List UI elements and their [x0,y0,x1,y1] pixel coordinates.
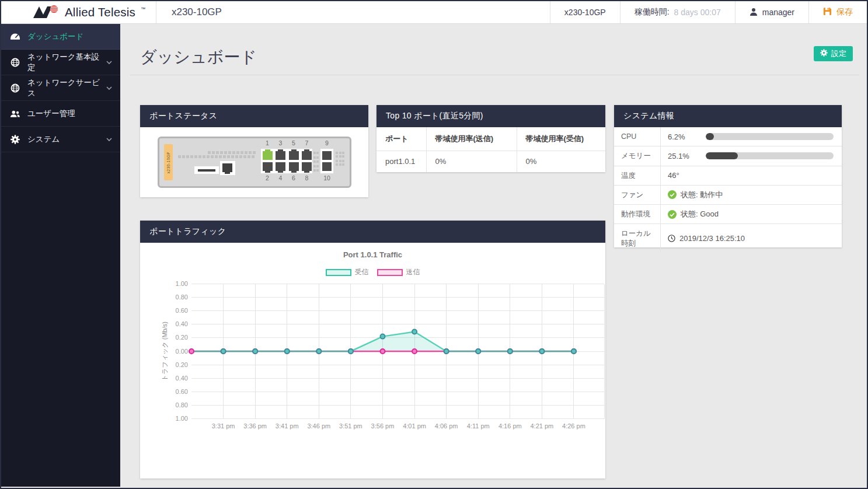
sidebar-item-dashboard[interactable]: ダッシュボード [1,24,120,50]
top10-column-header: 帯域使用率(受信) [517,127,605,151]
header-device-name: x230-10GP [550,1,620,23]
led-square [316,169,319,172]
app-root: Allied Telesis ™ x230-10GP x230-10GP 稼働時… [0,0,868,489]
marker-rx [444,349,449,354]
port-number-7: 7 [301,139,313,146]
x-tick-label: 3:51 pm [339,422,362,429]
y-tick-label: 0.20 [176,361,188,368]
y-tick-label: 0.40 [176,320,188,327]
marker-rx [380,334,385,339]
save-label: 保存 [836,7,853,18]
top10-cell: port1.0.1 [377,151,426,172]
marker-tx [189,349,194,354]
save-button[interactable]: 保存 [808,1,867,23]
system-info-rows: CPU6.2%メモリー25.1%温度46°ファン状態: 動作中動作環境状態: G… [614,127,842,253]
port-number-3: 3 [275,139,287,146]
vent-square [245,151,247,154]
led-square [316,156,319,159]
system-info-label: ファン [614,186,661,204]
system-info-row: CPU6.2% [614,127,842,146]
system-info-label: ローカル時刻 [614,224,661,253]
vent-square [198,155,201,158]
vent-square [212,151,215,154]
port-number-8: 8 [301,174,313,181]
marker-tx [412,349,417,354]
sidebar-item-system[interactable]: システム [1,127,120,152]
y-tick-label: 0.60 [176,307,188,314]
sidebar-item-user-management[interactable]: ユーザー管理 [1,101,120,127]
x-tick-label: 3:46 pm [307,422,330,429]
x-tick-label: 4:26 pm [562,422,585,429]
vent-square [236,151,239,154]
marker-rx [539,349,544,354]
system-info-label: メモリー [614,146,661,165]
user-menu[interactable]: manager [735,1,808,23]
marker-rx [221,349,226,354]
x-tick-label: 3:31 pm [212,422,235,429]
vent-square [186,155,189,158]
y-tick-label: 0.20 [176,334,188,341]
indicator-square [339,163,341,166]
sidebar-item-network-services[interactable]: ネットワークサービス [1,75,120,101]
page-title: ダッシュボード [140,46,257,68]
brand-logo: Allied Telesis ™ [33,1,156,23]
vent-square [219,155,222,158]
console-slot [198,169,215,172]
system-info-value: 状態: 動作中 [681,190,723,200]
x-tick-label: 4:01 pm [403,422,426,429]
uptime-section: 稼働時間: 8 days 00:07 [620,1,735,23]
username: manager [762,8,794,17]
gear-icon [820,49,828,58]
indicator-square [339,155,341,158]
vent-square [247,155,250,158]
traffic-card-header: ポートトラフィック [140,221,605,243]
x-tick-label: 4:06 pm [435,422,458,429]
led-square [313,169,316,172]
y-axis-title: トラフィック (Mb/s) [161,322,168,381]
globe-icon [9,83,21,93]
uptime-label: 稼働時間: [635,7,670,18]
mgmt-port-tab [225,172,230,174]
sidebar-item-label: ネットワーク基本設定 [27,52,106,73]
vent-square [227,155,230,158]
mgmt-port [222,163,232,172]
led-square [313,165,316,167]
port-number-6: 6 [288,174,299,181]
header-device-title: x230-10GP [156,1,237,23]
vent-square [203,155,205,158]
marker-tx [380,349,385,354]
system-info-value: 状態: Good [681,209,719,219]
top-header: Allied Telesis ™ x230-10GP x230-10GP 稼働時… [1,1,867,24]
users-icon [9,110,21,118]
indicator-square [342,155,344,158]
sidebar-item-network-basic-settings[interactable]: ネットワーク基本設定 [1,50,120,75]
vent-square [220,151,223,154]
port-number-9: 9 [321,139,333,146]
marker-rx [348,349,353,354]
y-tick-label: 1.00 [176,415,188,422]
settings-button[interactable]: 設定 [814,46,853,61]
vent-square [190,155,193,158]
port-traffic-card: ポートトラフィック Port 1.0.1 Traffic 受信送信 1.000.… [140,221,605,478]
top10-cell: 0% [517,151,605,172]
y-tick-label: 0.80 [176,401,188,408]
switch-faceplate: x230-10GP12345678910 [158,137,351,188]
vent-square [228,151,231,154]
x-tick-label: 4:16 pm [499,422,522,429]
port-number-5: 5 [288,139,299,146]
led-square [316,152,319,154]
led-square [313,152,316,154]
chevron-down-icon [106,86,112,90]
top10-column-header: ポート [377,127,426,151]
y-tick-label: 0.00 [176,348,188,355]
top10-card-header: Top 10 ポート(直近5分間) [377,105,605,127]
gear-icon [9,135,21,144]
chart-plot-area: 1.000.800.600.400.200.000.200.400.600.80… [140,243,605,478]
chevron-down-icon [106,61,112,64]
vent-square [207,155,210,158]
gauge-icon [9,33,21,41]
vent-square [252,155,255,158]
top10-cell: 0% [426,151,517,172]
marker-rx [253,349,257,354]
system-info-value: 25.1% [668,152,693,160]
